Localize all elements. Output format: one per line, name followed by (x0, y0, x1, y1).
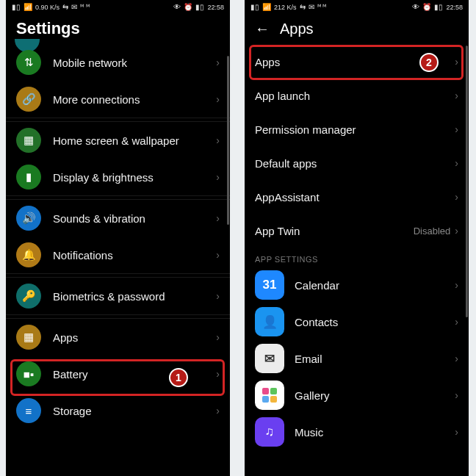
chevron-right-icon: › (455, 157, 458, 169)
chevron-right-icon: › (216, 93, 220, 105)
status-bar: ▮▯ 📶 212 K/s ⇆ ✉ ᴹ ᴹ 👁 ⏰ ▮▯ 22:58 (245, 0, 469, 15)
chevron-right-icon: › (455, 56, 458, 68)
display-brightness-icon: ▮ (16, 165, 41, 190)
row-label: App Twin (255, 225, 414, 237)
notifications-icon: 🔔 (16, 242, 41, 267)
scroll-indicator[interactable] (227, 56, 229, 225)
apps-options-list: Apps›App launch›Permission manager›Defau… (245, 45, 469, 248)
net-speed: 0.90 K/s (35, 4, 60, 11)
apps-screen: ▮▯ 📶 212 K/s ⇆ ✉ ᴹ ᴹ 👁 ⏰ ▮▯ 22:58 ← Apps… (245, 0, 469, 476)
row-label: Biometrics & password (53, 290, 216, 303)
settings-row-apps[interactable]: ▦Apps› (6, 319, 230, 356)
gallery-app-icon (262, 388, 277, 403)
row-value: Disabled (414, 226, 451, 237)
settings-row-home-screen-wallpaper[interactable]: ▦Home screen & wallpaper› (6, 122, 230, 159)
section-header-app-settings: APP SETTINGS (245, 248, 469, 267)
chevron-right-icon: › (216, 212, 220, 224)
row-label: AppAssistant (255, 191, 455, 203)
row-label: Contacts (295, 316, 455, 328)
chevron-right-icon: › (455, 353, 458, 364)
settings-row-display-brightness[interactable]: ▮Display & brightness› (6, 159, 230, 195)
biometrics-icon: 🔑 (16, 284, 41, 309)
chevron-right-icon: › (216, 249, 220, 261)
chevron-right-icon: › (216, 57, 220, 68)
calendar-app-icon: 31 (255, 270, 284, 300)
mail-status-icon: ✉ (309, 4, 314, 11)
alarm-icon: ⏰ (422, 4, 431, 11)
apps-row-app-twin[interactable]: App TwinDisabled› (245, 214, 469, 248)
row-label: Display & brightness (53, 171, 216, 184)
more-connections-icon: 🔗 (16, 87, 41, 112)
m-icon: ᴹ ᴹ (317, 4, 327, 11)
settings-list: ⇅Mobile network›🔗More connections›▦Home … (6, 44, 230, 429)
row-label: Home screen & wallpaper (53, 134, 216, 147)
row-label: Notifications (53, 249, 216, 262)
apps-row-apps[interactable]: Apps› (245, 45, 469, 79)
m-icon: ᴹ ᴹ (80, 4, 90, 11)
app-row-contacts[interactable]: 👤Contacts› (245, 303, 469, 340)
alarm-icon: ⏰ (184, 4, 192, 11)
row-label: Gallery (295, 389, 455, 402)
eye-icon: 👁 (173, 4, 181, 11)
apps-list: 31Calendar›👤Contacts›✉Email›Gallery›♫Mus… (245, 267, 469, 450)
row-label: Calendar (295, 279, 455, 292)
chevron-right-icon: › (455, 279, 458, 291)
apps-row-permission-manager[interactable]: Permission manager› (245, 112, 469, 146)
email-app-icon: ✉ (255, 344, 284, 373)
apps-icon: ▦ (16, 325, 41, 350)
scroll-indicator[interactable] (466, 46, 468, 317)
settings-screen: ▮▯ 📶 0.90 K/s ⇆ ✉ ᴹ ᴹ 👁 ⏰ ▮▯ 22:58 Setti… (6, 0, 230, 476)
row-label: Default apps (255, 157, 455, 170)
wifi-icon: 📶 (24, 4, 32, 11)
mail-status-icon: ✉ (71, 4, 77, 11)
row-label: Music (295, 426, 455, 439)
row-label: More connections (53, 93, 216, 106)
app-icon-wrap (255, 381, 284, 410)
apps-row-default-apps[interactable]: Default apps› (245, 146, 469, 180)
wifi-icon: 📶 (262, 4, 271, 11)
chevron-right-icon: › (455, 90, 458, 101)
row-label: Email (295, 353, 455, 365)
sync-icon: ⇆ (300, 4, 306, 11)
chevron-right-icon: › (455, 426, 458, 438)
eye-icon: 👁 (412, 4, 419, 11)
music-app-icon: ♫ (255, 417, 284, 447)
chevron-right-icon: › (455, 316, 458, 328)
chevron-right-icon: › (216, 368, 220, 380)
settings-row-mobile-network[interactable]: ⇅Mobile network› (6, 44, 230, 81)
page-title: Apps (280, 21, 314, 37)
settings-row-sounds-vibration[interactable]: 🔊Sounds & vibration› (6, 200, 230, 237)
app-row-calendar[interactable]: 31Calendar› (245, 267, 469, 303)
row-label: Sounds & vibration (53, 212, 216, 225)
chevron-right-icon: › (216, 171, 220, 183)
row-label: App launch (255, 90, 455, 102)
back-button[interactable]: ← (255, 21, 270, 37)
settings-row-storage[interactable]: ≡Storage› (6, 392, 230, 429)
row-label: Permission manager (255, 123, 455, 136)
settings-row-more-connections[interactable]: 🔗More connections› (6, 81, 230, 118)
battery-status-icon: ▮▯ (195, 4, 204, 11)
clock: 22:58 (446, 4, 463, 11)
settings-row-battery[interactable]: ■▪Battery› (6, 356, 230, 392)
app-row-email[interactable]: ✉Email› (245, 340, 469, 377)
app-row-gallery[interactable]: Gallery› (245, 377, 469, 414)
chevron-right-icon: › (455, 389, 458, 401)
chevron-right-icon: › (216, 331, 220, 343)
settings-row-notifications[interactable]: 🔔Notifications› (6, 237, 230, 273)
contacts-app-icon: 👤 (255, 307, 284, 336)
storage-icon: ≡ (16, 398, 41, 423)
chevron-right-icon: › (216, 405, 220, 416)
chevron-right-icon: › (455, 123, 458, 135)
chevron-right-icon: › (455, 225, 458, 237)
sounds-vibration-icon: 🔊 (16, 206, 41, 231)
app-bar: ← Apps (245, 15, 469, 45)
apps-row-app-launch[interactable]: App launch› (245, 79, 469, 112)
battery-icon: ■▪ (16, 361, 41, 386)
app-row-music[interactable]: ♫Music› (245, 414, 469, 450)
chevron-right-icon: › (216, 290, 220, 302)
settings-row-biometrics-password[interactable]: 🔑Biometrics & password› (6, 278, 230, 314)
clock: 22:58 (207, 4, 224, 11)
apps-row-appassistant[interactable]: AppAssistant› (245, 180, 469, 214)
row-label: Storage (53, 405, 216, 417)
sync-icon: ⇆ (62, 4, 68, 11)
